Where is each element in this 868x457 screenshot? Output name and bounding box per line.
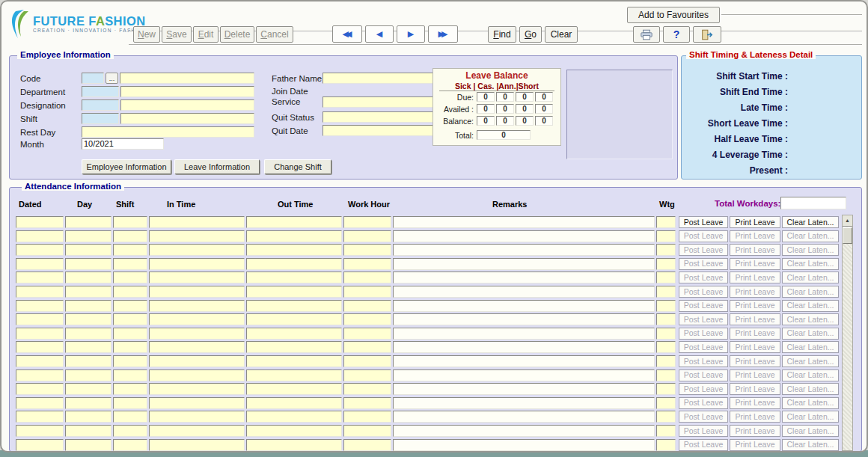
cell-day[interactable] <box>65 258 111 270</box>
cell-shift[interactable] <box>113 272 147 283</box>
post-leave-button[interactable]: Post Leave <box>679 216 728 228</box>
cell-work-hour[interactable] <box>343 258 391 270</box>
post-leave-button[interactable]: Post Leave <box>679 258 728 270</box>
print-leave-button[interactable]: Print Leave <box>730 369 780 381</box>
help-button[interactable]: ? <box>663 26 690 43</box>
cell-in-time[interactable] <box>149 286 245 298</box>
cell-wtg[interactable] <box>656 328 676 340</box>
cell-work-hour[interactable] <box>343 425 391 437</box>
print-leave-button[interactable]: Print Leave <box>730 286 780 298</box>
cell-day[interactable] <box>65 230 111 242</box>
print-leave-button[interactable]: Print Leave <box>730 425 780 437</box>
save-button[interactable]: Save <box>162 26 192 43</box>
clear-lateness-button[interactable]: Clear Laten... <box>782 272 839 283</box>
cell-remarks[interactable] <box>393 286 655 298</box>
print-leave-button[interactable]: Print Leave <box>730 355 780 367</box>
cell-in-time[interactable] <box>149 341 245 353</box>
last-record-button[interactable]: ▶▶ <box>428 25 458 43</box>
scroll-up-button[interactable]: ▲ <box>843 215 852 227</box>
cell-work-hour[interactable] <box>343 411 391 423</box>
cell-dated[interactable] <box>16 397 64 409</box>
cell-out-time[interactable] <box>246 230 342 242</box>
cell-wtg[interactable] <box>656 383 676 395</box>
cell-dated[interactable] <box>16 313 64 325</box>
cell-in-time[interactable] <box>149 355 245 367</box>
post-leave-button[interactable]: Post Leave <box>679 397 728 409</box>
cell-day[interactable] <box>65 397 111 409</box>
shift-field[interactable] <box>120 113 254 124</box>
cell-out-time[interactable] <box>246 341 342 353</box>
cell-remarks[interactable] <box>393 369 655 381</box>
department-code-field[interactable] <box>82 86 119 97</box>
clear-lateness-button[interactable]: Clear Laten... <box>782 341 839 353</box>
shift-code-field[interactable] <box>82 113 119 124</box>
cell-work-hour[interactable] <box>343 439 391 451</box>
cell-shift[interactable] <box>113 258 147 270</box>
print-leave-button[interactable]: Print Leave <box>730 411 780 423</box>
find-button[interactable]: Find <box>488 26 516 43</box>
cell-day[interactable] <box>65 411 111 423</box>
cell-out-time[interactable] <box>246 286 342 298</box>
cell-work-hour[interactable] <box>343 355 391 367</box>
department-field[interactable] <box>120 86 254 97</box>
scroll-thumb[interactable] <box>843 227 852 244</box>
cell-in-time[interactable] <box>149 258 245 270</box>
clear-lateness-button[interactable]: Clear Laten... <box>782 258 839 270</box>
cell-in-time[interactable] <box>149 300 245 312</box>
cell-shift[interactable] <box>113 397 147 409</box>
clear-lateness-button[interactable]: Clear Laten... <box>782 383 839 395</box>
cell-dated[interactable] <box>16 230 64 242</box>
print-button[interactable] <box>633 26 660 43</box>
employee-information-button[interactable]: Employee Information <box>82 159 171 174</box>
month-field[interactable]: 10/2021 <box>82 138 164 150</box>
cell-in-time[interactable] <box>149 313 245 325</box>
post-leave-button[interactable]: Post Leave <box>679 341 728 353</box>
cell-day[interactable] <box>65 355 111 367</box>
cell-in-time[interactable] <box>149 425 245 437</box>
cell-shift[interactable] <box>113 300 147 312</box>
cell-remarks[interactable] <box>393 244 655 256</box>
cell-work-hour[interactable] <box>343 244 391 256</box>
print-leave-button[interactable]: Print Leave <box>730 216 780 228</box>
cell-remarks[interactable] <box>393 341 655 353</box>
print-leave-button[interactable]: Print Leave <box>730 300 780 312</box>
print-leave-button[interactable]: Print Leave <box>730 258 780 270</box>
post-leave-button[interactable]: Post Leave <box>679 272 728 283</box>
cell-dated[interactable] <box>16 258 64 270</box>
new-button[interactable]: New <box>133 26 160 43</box>
post-leave-button[interactable]: Post Leave <box>679 369 728 381</box>
cell-remarks[interactable] <box>393 300 655 312</box>
cell-out-time[interactable] <box>246 244 342 256</box>
print-leave-button[interactable]: Print Leave <box>730 383 780 395</box>
cell-work-hour[interactable] <box>343 230 391 242</box>
clear-lateness-button[interactable]: Clear Laten... <box>782 425 839 437</box>
father-name-field[interactable] <box>323 73 435 84</box>
post-leave-button[interactable]: Post Leave <box>679 244 728 256</box>
cell-remarks[interactable] <box>393 355 655 367</box>
post-leave-button[interactable]: Post Leave <box>679 300 728 312</box>
cell-dated[interactable] <box>16 369 64 381</box>
cell-remarks[interactable] <box>393 258 655 270</box>
cell-out-time[interactable] <box>246 216 342 228</box>
clear-lateness-button[interactable]: Clear Laten... <box>782 286 839 298</box>
cell-wtg[interactable] <box>656 258 676 270</box>
cell-shift[interactable] <box>113 286 147 298</box>
cell-out-time[interactable] <box>246 300 342 312</box>
cell-in-time[interactable] <box>149 244 245 256</box>
cell-wtg[interactable] <box>656 216 676 228</box>
cell-day[interactable] <box>65 439 111 451</box>
cell-dated[interactable] <box>16 272 64 283</box>
grid-scrollbar[interactable]: ▲ <box>842 215 853 451</box>
cell-dated[interactable] <box>16 216 64 228</box>
cell-out-time[interactable] <box>246 397 342 409</box>
cell-day[interactable] <box>65 313 111 325</box>
cell-remarks[interactable] <box>393 397 655 409</box>
post-leave-button[interactable]: Post Leave <box>679 328 728 340</box>
cell-wtg[interactable] <box>656 341 676 353</box>
exit-button[interactable] <box>693 26 721 43</box>
print-leave-button[interactable]: Print Leave <box>730 397 780 409</box>
cell-remarks[interactable] <box>393 411 655 423</box>
cell-shift[interactable] <box>113 439 147 451</box>
cell-remarks[interactable] <box>393 272 655 283</box>
cell-shift[interactable] <box>113 383 147 395</box>
